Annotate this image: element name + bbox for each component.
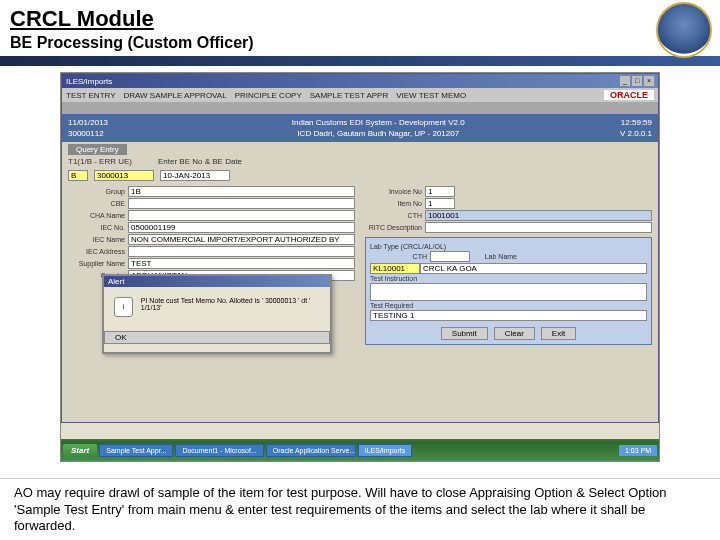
alert-message: PI Note cust Test Memo No. Allotted is '… (141, 297, 320, 311)
fld-cbe[interactable] (128, 198, 355, 209)
clear-button[interactable]: Clear (494, 327, 535, 340)
header-date: 11/01/2013 (68, 117, 251, 128)
task-item[interactable]: Document1 - Microsof... (175, 444, 263, 457)
taskbar: Start Sample Test Appr... Document1 - Mi… (61, 439, 659, 461)
close-icon[interactable]: × (644, 76, 654, 86)
fld-itemno[interactable]: 1 (425, 198, 455, 209)
lbl-cbe: CBE (68, 200, 128, 207)
query-label1: T1(1/B - ERR UE) (68, 157, 132, 166)
system-tray[interactable]: 1:03 PM (619, 445, 657, 456)
menubar: TEST ENTRY DRAW SAMPLE APPROVAL PRINCIPL… (62, 88, 658, 102)
header-userid: 30000112 (68, 128, 251, 139)
menu-principle-copy[interactable]: PRINCIPLE COPY (235, 91, 302, 100)
lbl-supplier: Supplier Name (68, 260, 128, 267)
toolbar (62, 102, 658, 114)
lbl-testinstr: Test Instruction (370, 275, 420, 282)
fld-cth2[interactable] (430, 251, 470, 262)
menu-sample-test-appr[interactable]: SAMPLE TEST APPR (310, 91, 388, 100)
lbl-iecaddr: IEC Address (68, 248, 128, 255)
menu-draw-sample[interactable]: DRAW SAMPLE APPROVAL (124, 91, 227, 100)
query-section-label: Query Entry (68, 144, 127, 155)
fld-group[interactable]: 1B (128, 186, 355, 197)
menu-test-entry[interactable]: TEST ENTRY (66, 91, 116, 100)
fld-testreq[interactable]: TESTING 1 (370, 310, 647, 321)
fld-testinstr[interactable] (370, 283, 647, 301)
maximize-icon[interactable]: □ (632, 76, 642, 86)
divider-bar (0, 56, 720, 66)
exit-button[interactable]: Exit (541, 327, 576, 340)
task-item-active[interactable]: ILES/Imports (358, 444, 412, 457)
task-item[interactable]: Oracle Application Serve... (266, 444, 356, 457)
submit-button[interactable]: Submit (441, 327, 488, 340)
fld-chaname[interactable] (128, 210, 355, 221)
header-location: ICD Dadri, Gautam Budh Nagar, UP - 20120… (251, 128, 507, 139)
fld-iecaddr[interactable] (128, 246, 355, 257)
alert-dialog: Alert i PI Note cust Test Memo No. Allot… (102, 274, 332, 354)
right-column: Invoice No1 Item No1 CTH1001001 RITC Des… (365, 185, 652, 345)
window-title: ILES/Imports (66, 77, 112, 86)
lbl-labname: Lab Name (470, 253, 520, 260)
lbl-itemno: Item No (365, 200, 425, 207)
customs-emblem-icon (656, 2, 712, 58)
app-window: ILES/Imports _ □ × TEST ENTRY DRAW SAMPL… (61, 73, 659, 423)
lbl-iecno: IEC No. (68, 224, 128, 231)
query-field3[interactable]: 10-JAN-2013 (160, 170, 230, 181)
alert-title: Alert (104, 276, 330, 287)
fld-cth[interactable]: 1001001 (425, 210, 652, 221)
slide-subtitle: BE Processing (Custom Officer) (0, 34, 720, 56)
oracle-logo: ORACLE (604, 90, 654, 100)
header-sysname: Indian Customs EDI System - Development … (251, 117, 507, 128)
header-version: V 2.0.0.1 (506, 128, 652, 139)
alert-ok-button[interactable]: OK (104, 331, 330, 344)
fld-supplier[interactable]: TEST (128, 258, 355, 269)
fld-iecname[interactable]: NON COMMERCIAL IMPORT/EXPORT AUTHORIZED … (128, 234, 355, 245)
fld-labcode[interactable]: KL10001 (370, 263, 420, 274)
info-icon: i (114, 297, 133, 317)
fld-ritc[interactable] (425, 222, 652, 233)
lab-box: Lab Type (CRCL/AL/OL) CTH Lab Name KL100… (365, 237, 652, 345)
query-label2: Enter BE No & BE Date (158, 157, 242, 166)
query-row: T1(1/B - ERR UE) Enter BE No & BE Date (62, 155, 658, 168)
lbl-chaname: CHA Name (68, 212, 128, 219)
menu-view-test-memo[interactable]: VIEW TEST MEMO (396, 91, 466, 100)
app-screenshot: ILES/Imports _ □ × TEST ENTRY DRAW SAMPL… (60, 72, 660, 462)
query-field1[interactable]: B (68, 170, 88, 181)
lbl-group: Group (68, 188, 128, 195)
titlebar: ILES/Imports _ □ × (62, 74, 658, 88)
query-field2[interactable]: 3000013 (94, 170, 154, 181)
lbl-cth: CTH (365, 212, 425, 219)
lbl-labtype: Lab Type (CRCL/AL/OL) (370, 243, 449, 250)
lbl-ritc: RITC Description (365, 224, 425, 231)
fld-iecno[interactable]: 0500001199 (128, 222, 355, 233)
fld-invno[interactable]: 1 (425, 186, 455, 197)
lbl-iecname: IEC Name (68, 236, 128, 243)
lbl-testreq: Test Required (370, 302, 416, 309)
task-item[interactable]: Sample Test Appr... (99, 444, 173, 457)
fld-labname[interactable]: CRCL KA GOA (420, 263, 647, 274)
slide-title: CRCL Module (0, 0, 720, 34)
lbl-cth2: CTH (370, 253, 430, 260)
lbl-invno: Invoice No (365, 188, 425, 195)
header-time: 12:59:59 (506, 117, 652, 128)
footer-note: AO may require drawl of sample of the it… (0, 478, 720, 540)
minimize-icon[interactable]: _ (620, 76, 630, 86)
start-button[interactable]: Start (63, 444, 97, 457)
header-panel: 11/01/2013 30000112 Indian Customs EDI S… (62, 114, 658, 142)
